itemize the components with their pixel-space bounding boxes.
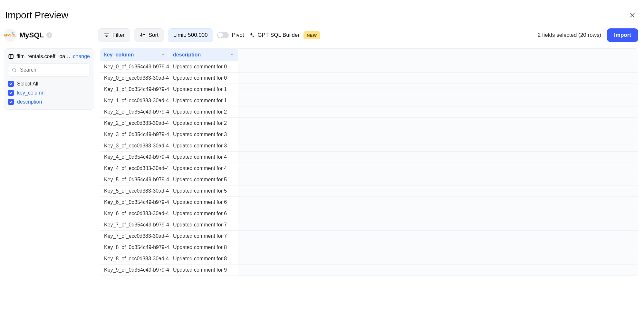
- column-menu-button[interactable]: [161, 52, 165, 58]
- table-row[interactable]: Key_5_of_ecc0d383-30ad-4ecUpdated commen…: [100, 185, 638, 197]
- table-row-filler: [238, 61, 638, 72]
- table-row[interactable]: Key_5_of_0d354c49-b979-4ecUpdated commen…: [100, 174, 638, 185]
- fields-sidebar: film_rentals.coeff_load_... change Selec…: [4, 48, 94, 110]
- datasource-info-button[interactable]: i: [46, 32, 52, 38]
- table-row[interactable]: Key_0_of_0d354c49-b979-4ecUpdated commen…: [100, 61, 638, 73]
- import-button[interactable]: Import: [607, 28, 638, 42]
- cell-key_column: Key_3_of_0d354c49-b979-4ec: [100, 129, 169, 140]
- info-icon: i: [49, 33, 50, 37]
- field-checkbox-key_column[interactable]: key_column: [8, 90, 90, 96]
- gpt-label: GPT SQL Builder: [258, 32, 300, 38]
- cell-key_column: Key_3_of_ecc0d383-30ad-4ec: [100, 140, 169, 151]
- table-row[interactable]: Key_3_of_0d354c49-b979-4ecUpdated commen…: [100, 129, 638, 140]
- sparkle-icon: [248, 32, 255, 38]
- table-row-filler: [238, 152, 638, 163]
- table-row-filler: [238, 219, 638, 230]
- select-all-checkbox[interactable]: Select All: [8, 81, 90, 87]
- change-table-link[interactable]: change: [73, 54, 90, 59]
- close-icon: [629, 12, 636, 18]
- table-source-row: film_rentals.coeff_load_... change: [8, 53, 90, 60]
- datasource-logo-text: MySQL: [4, 33, 16, 37]
- table-row[interactable]: Key_6_of_ecc0d383-30ad-4ecUpdated commen…: [100, 208, 638, 219]
- cell-key_column: Key_4_of_ecc0d383-30ad-4ec: [100, 163, 169, 174]
- cell-key_column: Key_0_of_0d354c49-b979-4ec: [100, 61, 169, 72]
- table-row[interactable]: Key_7_of_0d354c49-b979-4ecUpdated commen…: [100, 219, 638, 231]
- search-icon: [12, 67, 17, 73]
- cell-description: Updated comment for 5: [169, 185, 238, 196]
- field-search-input[interactable]: [19, 67, 86, 73]
- column-menu-button[interactable]: [230, 52, 234, 58]
- table-row[interactable]: Key_1_of_0d354c49-b979-4ecUpdated commen…: [100, 84, 638, 95]
- cell-key_column: Key_6_of_0d354c49-b979-4ec: [100, 197, 169, 208]
- column-header-description[interactable]: description: [169, 49, 238, 61]
- cell-key_column: Key_5_of_ecc0d383-30ad-4ec: [100, 185, 169, 196]
- table-body: Key_0_of_0d354c49-b979-4ecUpdated commen…: [100, 61, 638, 276]
- cell-key_column: Key_9_of_0d354c49-b979-4ec: [100, 265, 169, 275]
- cell-key_column: Key_5_of_0d354c49-b979-4ec: [100, 174, 169, 185]
- column-header-key_column[interactable]: key_column: [100, 49, 169, 61]
- cell-key_column: Key_7_of_0d354c49-b979-4ec: [100, 219, 169, 230]
- new-badge: NEW: [303, 31, 320, 39]
- cell-description: Updated comment for 7: [169, 231, 238, 242]
- preview-table: key_column description Key_0_of_0d354c49…: [100, 48, 638, 276]
- checkbox-checked-icon: [8, 90, 14, 96]
- table-row[interactable]: Key_9_of_0d354c49-b979-4ecUpdated commen…: [100, 265, 638, 276]
- close-button[interactable]: [628, 11, 637, 20]
- table-row-filler: [238, 242, 638, 253]
- cell-key_column: Key_8_of_ecc0d383-30ad-4ec: [100, 253, 169, 264]
- table-row-filler: [238, 140, 638, 151]
- column-header-label: key_column: [104, 52, 134, 58]
- table-row[interactable]: Key_2_of_ecc0d383-30ad-4ecUpdated commen…: [100, 118, 638, 129]
- table-row-filler: [238, 73, 638, 84]
- table-row[interactable]: Key_1_of_ecc0d383-30ad-4ecUpdated commen…: [100, 95, 638, 106]
- cell-key_column: Key_0_of_ecc0d383-30ad-4ec: [100, 73, 169, 84]
- svg-rect-5: [9, 55, 13, 58]
- table-row[interactable]: Key_6_of_0d354c49-b979-4ecUpdated commen…: [100, 197, 638, 208]
- table-row[interactable]: Key_0_of_ecc0d383-30ad-4ecUpdated commen…: [100, 73, 638, 84]
- table-row-filler: [238, 174, 638, 185]
- table-icon: [8, 53, 14, 60]
- field-label: key_column: [17, 90, 44, 96]
- table-row-filler: [238, 197, 638, 208]
- svg-line-9: [15, 71, 16, 72]
- field-checkbox-description[interactable]: description: [8, 99, 90, 105]
- table-row[interactable]: Key_3_of_ecc0d383-30ad-4ecUpdated commen…: [100, 140, 638, 152]
- table-row-filler: [238, 185, 638, 196]
- table-row[interactable]: Key_7_of_ecc0d383-30ad-4ecUpdated commen…: [100, 231, 638, 242]
- filter-button[interactable]: Filter: [98, 28, 130, 42]
- sort-label: Sort: [149, 32, 159, 38]
- gpt-sql-builder-button[interactable]: GPT SQL Builder: [248, 32, 300, 38]
- pivot-label: Pivot: [232, 32, 244, 38]
- table-row[interactable]: Key_2_of_0d354c49-b979-4ecUpdated commen…: [100, 106, 638, 118]
- cell-key_column: Key_7_of_ecc0d383-30ad-4ec: [100, 231, 169, 242]
- cell-description: Updated comment for 7: [169, 219, 238, 230]
- cell-description: Updated comment for 0: [169, 73, 238, 84]
- table-row[interactable]: Key_8_of_ecc0d383-30ad-4ecUpdated commen…: [100, 253, 638, 265]
- limit-label: Limit: 500,000: [173, 32, 208, 38]
- checkbox-checked-icon: [8, 81, 14, 87]
- checkbox-checked-icon: [8, 99, 14, 105]
- table-header-row: key_column description: [100, 49, 638, 61]
- sort-button[interactable]: Sort: [134, 28, 164, 42]
- cell-description: Updated comment for 6: [169, 208, 238, 219]
- cell-description: Updated comment for 9: [169, 265, 238, 275]
- cell-description: Updated comment for 5: [169, 174, 238, 185]
- svg-point-8: [13, 68, 15, 71]
- table-row[interactable]: Key_4_of_0d354c49-b979-4ecUpdated commen…: [100, 152, 638, 163]
- sort-icon: [139, 32, 146, 38]
- cell-description: Updated comment for 6: [169, 197, 238, 208]
- cell-description: Updated comment for 3: [169, 140, 238, 151]
- limit-button[interactable]: Limit: 500,000: [168, 28, 213, 42]
- datasource-name: MySQL: [19, 31, 44, 39]
- table-row-filler: [238, 265, 638, 275]
- pivot-toggle[interactable]: Pivot: [217, 32, 244, 38]
- cell-description: Updated comment for 8: [169, 242, 238, 253]
- cell-description: Updated comment for 0: [169, 61, 238, 72]
- cell-key_column: Key_2_of_0d354c49-b979-4ec: [100, 106, 169, 117]
- field-search[interactable]: [8, 64, 90, 76]
- cell-description: Updated comment for 3: [169, 129, 238, 140]
- table-row[interactable]: Key_4_of_ecc0d383-30ad-4ecUpdated commen…: [100, 163, 638, 174]
- cell-description: Updated comment for 8: [169, 253, 238, 264]
- table-row[interactable]: Key_8_of_0d354c49-b979-4ecUpdated commen…: [100, 242, 638, 253]
- toggle-track: [217, 32, 229, 38]
